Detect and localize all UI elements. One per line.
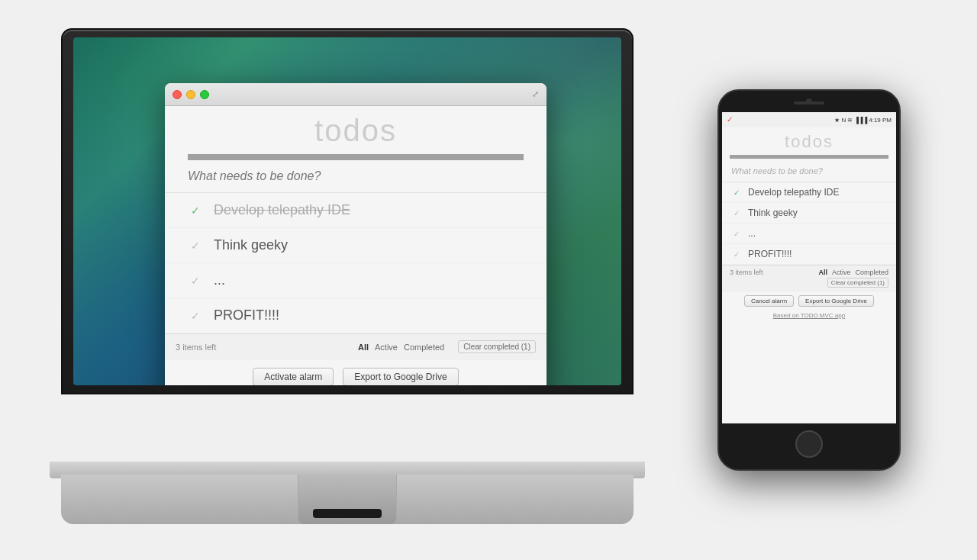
mac-progress-bar [188, 154, 524, 160]
traffic-lights [173, 90, 209, 99]
phone-todo-item-2: ✓ Think geeky [722, 203, 896, 224]
todo-text-3: ... [214, 272, 225, 288]
mac-filter-active[interactable]: Active [375, 343, 398, 352]
phone-cancel-alarm-button[interactable]: Cancel alarm [744, 295, 794, 307]
phone-input-placeholder: What needs to be done? [731, 166, 823, 175]
todo-check-4[interactable]: ✓ [188, 308, 203, 323]
phone-screen: ★ N ≋ ▐▐▐ 4:19 PM ✓ todos What needs to … [722, 112, 896, 423]
phone-export-button[interactable]: Export to Google Drive [798, 295, 874, 307]
mac-filter-completed[interactable]: Completed [404, 343, 444, 352]
phone-check-1[interactable]: ✓ [731, 187, 742, 198]
mac-todo-input[interactable] [188, 169, 524, 183]
mac-app-title: todos [165, 106, 547, 154]
laptop-body: ⤢ todos ✓ Develop telepathy IDE [61, 28, 634, 394]
phone-time: 4:19 PM [869, 117, 892, 124]
todo-check-2[interactable]: ✓ [188, 238, 203, 253]
mac-todo-item-1: ✓ Develop telepathy IDE [165, 193, 547, 228]
laptop-speakers [313, 509, 382, 518]
phone-todo-text-3: ... [748, 228, 756, 239]
phone-todo-text-1: Develop telepathy IDE [748, 187, 839, 198]
minimize-button[interactable] [186, 90, 195, 99]
todo-check-1[interactable]: ✓ [188, 203, 203, 218]
phone-todo-item-1: ✓ Develop telepathy IDE [722, 182, 896, 203]
phone-todo-item-3: ✓ ... [722, 224, 896, 244]
phone-todo-item-4: ✓ PROFIT!!!! [722, 244, 896, 265]
laptop-base [61, 475, 634, 524]
phone-camera [806, 98, 812, 105]
mac-filter-all[interactable]: All [358, 343, 369, 352]
mac-activate-alarm-button[interactable]: Activate alarm [253, 368, 334, 385]
phone-filter-completed[interactable]: Completed [855, 269, 888, 276]
phone-nfc-icon: N [841, 117, 846, 124]
mac-todo-item-2: ✓ Think geeky [165, 228, 547, 263]
phone-todo-text-4: PROFIT!!!! [748, 249, 792, 259]
mac-todo-item-3: ✓ ... [165, 263, 547, 298]
maximize-button[interactable] [200, 90, 209, 99]
phone-wifi-icon: ≋ [847, 117, 853, 124]
phone-volume-up[interactable] [717, 159, 718, 179]
phone-filter-bar: All Active Completed [818, 269, 888, 276]
phone-footer: 3 items left All Active Completed Clear … [722, 265, 896, 291]
mac-export-button[interactable]: Export to Google Drive [343, 368, 458, 385]
mac-todo-item-4: ✓ PROFIT!!!! [165, 298, 547, 333]
todo-check-3[interactable]: ✓ [188, 273, 203, 288]
mac-buttons-area: Activate alarm Export to Google Drive [165, 359, 547, 385]
phone-status-bar: ★ N ≋ ▐▐▐ 4:19 PM [722, 112, 896, 127]
mac-items-left: 3 items left [176, 343, 358, 352]
todo-text-2: Think geeky [214, 237, 288, 253]
todo-text-4: PROFIT!!!! [214, 307, 279, 323]
phone-footer-top: 3 items left All Active Completed [730, 269, 888, 276]
phone-volume-down[interactable] [717, 184, 718, 203]
phone-app-title: todos [722, 127, 896, 155]
laptop: ⤢ todos ✓ Develop telepathy IDE [61, 28, 634, 524]
mac-title-bar: ⤢ [165, 83, 547, 106]
mac-app-window: ⤢ todos ✓ Develop telepathy IDE [165, 83, 547, 385]
phone-check-3[interactable]: ✓ [731, 228, 742, 239]
close-button[interactable] [173, 90, 182, 99]
mac-input-area[interactable] [165, 160, 547, 193]
scene: ⤢ todos ✓ Develop telepathy IDE [31, 13, 946, 547]
phone-check-2[interactable]: ✓ [731, 208, 742, 218]
phone-items-left: 3 items left [730, 269, 763, 276]
mac-todo-list: ✓ Develop telepathy IDE ✓ Think geeky ✓ … [165, 193, 547, 333]
phone: ★ N ≋ ▐▐▐ 4:19 PM ✓ todos What needs to … [717, 89, 901, 471]
phone-home-button[interactable] [795, 430, 823, 458]
mac-clear-completed[interactable]: Clear completed (1) [458, 340, 536, 353]
mac-filter-bar: All Active Completed Clear completed (1) [358, 340, 536, 353]
phone-red-check: ✓ [727, 115, 733, 124]
phone-filter-active[interactable]: Active [832, 269, 851, 276]
phone-todo-text-2: Think geeky [748, 208, 798, 218]
laptop-screen-content: ⤢ todos ✓ Develop telepathy IDE [73, 37, 621, 385]
mac-footer: 3 items left All Active Completed Clear … [165, 333, 547, 359]
phone-bluetooth-icon: ★ [834, 117, 840, 124]
laptop-screen-bezel: ⤢ todos ✓ Develop telepathy IDE [73, 37, 621, 385]
todo-text-1: Develop telepathy IDE [214, 202, 350, 218]
phone-check-4[interactable]: ✓ [731, 249, 742, 259]
phone-attribution: Based on TODO MVC app [722, 311, 896, 322]
expand-icon: ⤢ [532, 89, 539, 99]
phone-signal-icon: ▐▐▐ [854, 117, 867, 124]
phone-status-icons: ★ N ≋ ▐▐▐ 4:19 PM [834, 117, 892, 124]
phone-todo-list: ✓ Develop telepathy IDE ✓ Think geeky ✓ … [722, 182, 896, 265]
phone-power-button[interactable] [900, 167, 901, 194]
phone-clear-completed[interactable]: Clear completed (1) [827, 278, 888, 288]
phone-input-area[interactable]: What needs to be done? [722, 159, 896, 182]
phone-buttons-area: Cancel alarm Export to Google Drive [722, 291, 896, 311]
phone-filter-all[interactable]: All [818, 269, 827, 276]
